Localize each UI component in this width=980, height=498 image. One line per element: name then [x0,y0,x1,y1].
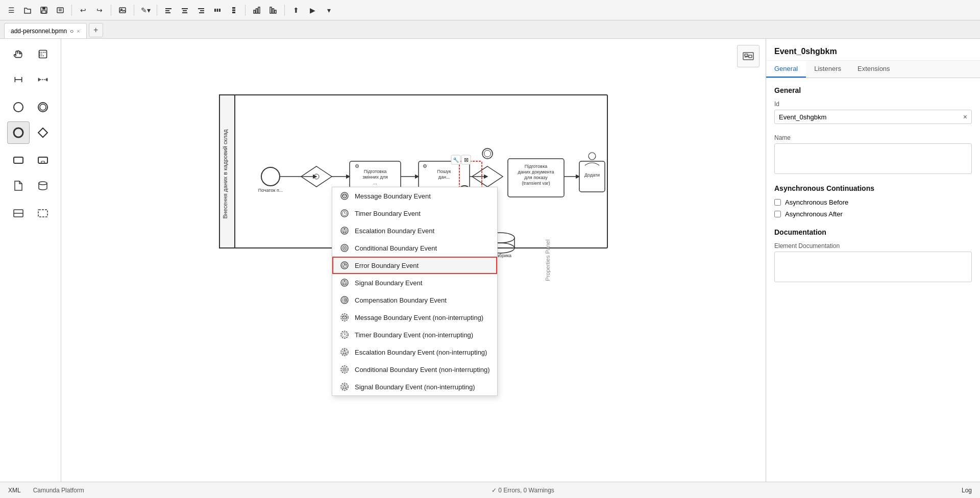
compensation-boundary-icon [339,295,350,305]
svg-rect-11 [182,8,188,9]
canvas[interactable]: Внесення даних в кадровий склад Початок … [61,39,766,482]
svg-marker-40 [38,128,47,137]
menu-item-signal-boundary[interactable]: Signal Boundary Event [332,274,497,291]
hand-tool[interactable] [7,43,30,65]
svg-rect-17 [214,9,216,12]
align-center-button[interactable] [178,3,192,17]
space-tool[interactable] [32,68,54,91]
lane-tool[interactable] [7,202,30,225]
async-after-label: Asynchronous After [785,210,843,218]
chart1-button[interactable] [250,3,264,17]
id-field[interactable]: Event_0shgbkm × [774,110,972,124]
play-dropdown-button[interactable]: ▾ [322,3,336,17]
svg-point-38 [40,104,46,110]
timer-boundary-non-icon [339,330,350,340]
log-button[interactable]: Log [962,487,972,494]
redo-button[interactable]: ↪ [92,3,107,17]
open-button[interactable] [20,3,35,17]
sep2 [111,5,111,16]
escalation-boundary-icon [339,226,350,236]
id-clear-button[interactable]: × [963,113,967,121]
save-button[interactable] [37,3,51,17]
menu-item-conditional-boundary[interactable]: Conditional Boundary Event [332,239,497,257]
svg-rect-49 [745,54,748,56]
connect-tool[interactable] [7,68,30,91]
chart2-button[interactable] [266,3,280,17]
platform-label: Camunda Platform [33,487,84,494]
distribute-v-button[interactable] [227,3,241,17]
menu-item-error-boundary[interactable]: Error Boundary Event [332,257,497,274]
tab-general[interactable]: General [766,61,806,78]
toolbar: ☰ ↩ ↪ ✎▾ [0,0,980,20]
xml-button[interactable]: XML [8,487,21,494]
gateway-tool[interactable] [32,121,54,144]
menu-item-signal-boundary-non[interactable]: Signal Boundary Event (non-interrupting) [332,378,497,395]
menu-item-compensation-boundary[interactable]: Compensation Boundary Event [332,291,497,309]
menu-item-timer-boundary-non[interactable]: Timer Boundary Event (non-interrupting) [332,326,497,343]
svg-rect-19 [219,9,220,12]
tab-listeners[interactable]: Listeners [806,61,849,78]
start-event-tool[interactable] [7,96,30,118]
task-tool[interactable] [7,149,30,171]
doc-field-label: Element Documentation [774,242,972,250]
svg-text:Підготовка: Підготовка [525,164,548,169]
name-field-label: Name [774,134,972,141]
menu-item-timer-boundary[interactable]: Timer Boundary Event [332,205,497,222]
tab-close-button[interactable]: × [77,28,80,34]
tab-extensions[interactable]: Extensions [849,61,898,78]
distribute-h-button[interactable] [210,3,225,17]
tabbar: add-personnel.bpmn ○ × + [0,20,980,39]
menu-label-compensation-boundary: Compensation Boundary Event [355,296,447,304]
sep1 [71,5,72,16]
menu-item-escalation-boundary-non[interactable]: Escalation Boundary Event (non-interrupt… [332,343,497,361]
main-area: Внесення даних в кадровий склад Початок … [0,39,980,482]
play-button[interactable]: ▶ [305,3,320,17]
intermediate-event-tool[interactable] [32,96,54,118]
left-tool-panel [0,39,61,482]
undo-button[interactable]: ↩ [76,3,90,17]
svg-rect-15 [200,10,204,11]
minimap-button[interactable] [737,45,760,67]
sep6 [284,5,285,16]
end-event-tool[interactable] [7,121,30,144]
id-field-value: Event_0shgbkm [779,113,826,121]
data-store-tool[interactable] [32,175,54,197]
group-tool[interactable] [32,202,54,225]
menu-button[interactable]: ☰ [4,3,18,17]
svg-text:...: ... [373,180,377,185]
sep4 [157,5,157,16]
menu-label-message-boundary: Message Boundary Event [355,192,431,200]
upload-button[interactable]: ⬆ [289,3,303,17]
svg-rect-41 [14,157,23,163]
message-boundary-non-icon [339,312,350,322]
menu-item-conditional-boundary-non[interactable]: Conditional Boundary Event (non-interrup… [332,361,497,378]
image-button[interactable] [115,3,130,17]
align-left-button[interactable] [161,3,176,17]
svg-rect-23 [254,10,255,13]
align-right-button[interactable] [194,3,208,17]
subprocess-tool[interactable] [32,149,54,171]
add-tab-button[interactable]: + [89,23,103,37]
svg-rect-12 [183,10,187,11]
doc-textarea[interactable] [774,252,972,282]
add-personnel-tab[interactable]: add-personnel.bpmn ○ × [4,23,87,38]
menu-label-conditional-boundary-non: Conditional Boundary Event (non-interrup… [355,366,490,374]
menu-item-message-boundary[interactable]: Message Boundary Event [332,187,497,205]
lasso-tool[interactable] [32,43,54,65]
export-button[interactable] [53,3,67,17]
menu-item-escalation-boundary[interactable]: Escalation Boundary Event [332,222,497,239]
name-field[interactable] [774,143,972,174]
data-object-tool[interactable] [7,175,30,197]
edit-button[interactable]: ✎▾ [138,3,153,17]
signal-boundary-icon [339,278,350,288]
async-after-checkbox[interactable] [774,211,781,217]
menu-label-signal-boundary: Signal Boundary Event [355,279,422,287]
menu-item-message-boundary-non[interactable]: Message Boundary Event (non-interrupting… [332,309,497,326]
async-before-label: Asynchronous Before [785,198,848,206]
sep5 [245,5,246,16]
svg-marker-137 [343,385,347,389]
id-field-label: Id [774,101,972,108]
svg-rect-14 [198,8,204,9]
svg-rect-27 [273,9,274,13]
async-before-checkbox[interactable] [774,199,781,206]
